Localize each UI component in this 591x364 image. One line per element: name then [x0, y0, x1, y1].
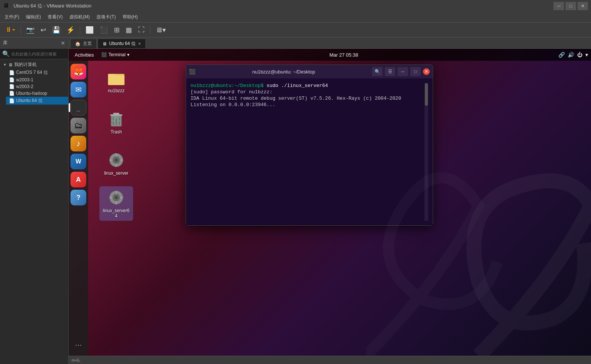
vmware-toolbar: ⏸▾ 📷 ↩ 💾 ⚡ ⬜ ⬛ ⊞ ▦ ⛶ 🖥▾ [0, 22, 591, 37]
toolbar-sep-2 [80, 25, 80, 34]
home-icon: 🏠 [75, 41, 81, 46]
terminal-titlebar: ⬛ nu1bzzz@ubuntu: ~/Desktop 🔍 ☰ ─ □ ✕ [186, 65, 433, 78]
library-header: 库 ✕ [0, 37, 68, 49]
vm-tab-icon: 🖥 [102, 41, 107, 46]
menu-view[interactable]: 查看(V) [45, 13, 66, 21]
vm-display: Activities ⬛ Terminal ▾ Mar 27 05:38 🔗 [69, 49, 591, 356]
terminal-controls: 🔍 ☰ ─ □ ✕ [372, 67, 430, 76]
svg-rect-2 [108, 75, 124, 85]
tab-close-icon[interactable]: ✕ [138, 42, 141, 46]
toolbar-layout2-btn[interactable]: ⬛ [98, 24, 110, 36]
dock-help[interactable]: ? [70, 190, 86, 205]
system-menu-arrow[interactable]: ▾ [585, 52, 588, 58]
menu-file[interactable]: 文件(F) [2, 13, 22, 21]
dock-grid-btn[interactable]: ⋯ [70, 337, 86, 353]
tree-item-label: w2003-2 [16, 84, 65, 89]
dock-writer[interactable]: W [70, 154, 86, 169]
tree-item-w2003-1[interactable]: 📄 w2003-1 [6, 76, 68, 83]
close-button[interactable]: ✕ [578, 2, 588, 10]
tree-item-centos[interactable]: 📄 CentOS 7 64 位 [6, 69, 68, 76]
toolbar-layout4-btn[interactable]: ▦ [123, 24, 134, 36]
terminal-maximize-btn[interactable]: □ [410, 67, 421, 76]
dock-email[interactable]: ✉ [70, 82, 86, 97]
topbar-datetime[interactable]: Mar 27 05:38 [330, 52, 358, 58]
desktop-icon-linux-server64[interactable]: linux_server64 [99, 186, 133, 221]
desktop-icon-trash[interactable]: Trash [99, 108, 133, 137]
toolbar-fullscreen-btn[interactable]: ⛶ [136, 24, 147, 36]
tree-item-label: w2003-1 [16, 77, 65, 82]
music-icon: ♪ [76, 139, 81, 148]
svg-point-18 [115, 196, 118, 199]
toolbar-power-btn[interactable]: ⚡ [64, 24, 77, 36]
minimize-button[interactable]: ─ [554, 2, 564, 10]
library-close-btn[interactable]: ✕ [61, 40, 65, 46]
tab-home[interactable]: 🏠 主页 [70, 39, 97, 48]
toolbar-pause-btn[interactable]: ⏸▾ [3, 24, 18, 36]
terminal-content[interactable]: nu1bzzz@ubuntu:~/Desktop$ sudo ./linux_s… [186, 78, 433, 225]
tab-ubuntu64[interactable]: 🖥 Ubuntu 64 位 ✕ [98, 39, 146, 48]
tab-ubuntu64-label: Ubuntu 64 位 [109, 40, 136, 47]
terminal-menu-btn2[interactable]: ☰ [385, 67, 395, 76]
desktop-icon-linux-server[interactable]: linux_server [99, 149, 133, 178]
toolbar-revert-btn[interactable]: ↩ [38, 24, 48, 36]
dock-files[interactable]: 🗂 [70, 118, 86, 133]
terminal-close-btn[interactable]: ✕ [423, 68, 430, 75]
terminal-menu-btn[interactable]: ⬛ Terminal ▾ [101, 52, 129, 57]
tree-root[interactable]: ▼ 🖥 我的计算机 [0, 61, 68, 69]
terminal-output-3: Listening on 0.0.0.0:23946... [190, 102, 424, 108]
ubuntu-topbar: Activities ⬛ Terminal ▾ Mar 27 05:38 🔗 [69, 49, 591, 61]
power-icon[interactable]: ⏻ [577, 52, 582, 58]
library-search-input[interactable] [11, 52, 66, 56]
linux-server-icon [107, 151, 125, 169]
terminal-scrollbar[interactable] [424, 83, 428, 221]
menu-help[interactable]: 帮助(H) [120, 13, 141, 21]
tree-item-w2003-2[interactable]: 📄 w2003-2 [6, 83, 68, 90]
firefox-icon: 🦊 [74, 67, 84, 76]
vmware-title: Ubuntu 64 位 - VMware Workstation [14, 3, 92, 9]
library-search[interactable]: 🔍 [0, 49, 68, 59]
toolbar-sep-3 [150, 25, 150, 34]
terminal-scrollbar-thumb[interactable] [425, 83, 428, 106]
maximize-button[interactable]: □ [566, 2, 576, 10]
terminal-command: sudo ./linux_server64 [264, 83, 328, 88]
desktop-icon-nu1bzzz[interactable]: nu1bzzz [99, 66, 133, 96]
volume-icon[interactable]: 🔊 [568, 52, 574, 58]
activities-button[interactable]: Activities [72, 51, 97, 58]
terminal-minimize-btn[interactable]: ─ [398, 67, 408, 76]
vmware-main: 🏠 主页 🖥 Ubuntu 64 位 ✕ Activities [69, 37, 591, 364]
tree-item-label: Ubuntu-hadoop [16, 91, 65, 96]
toolbar-layout3-btn[interactable]: ⊞ [112, 24, 122, 36]
status-text: rl+G. [72, 358, 81, 363]
dock-terminal[interactable]: _ [70, 100, 86, 115]
ubuntu-dock: 🦊 ✉ _ 🗂 ♪ [69, 61, 88, 356]
trash-label: Trash [111, 129, 122, 135]
network-icon[interactable]: 🔗 [558, 52, 565, 58]
toolbar-suspend-btn[interactable]: 💾 [50, 24, 63, 36]
ubuntu-desktop[interactable]: Activities ⬛ Terminal ▾ Mar 27 05:38 🔗 [69, 49, 591, 356]
tree-expand-icon: ▼ [3, 63, 7, 67]
search-icon: 🔍 [2, 50, 10, 57]
dock-software[interactable]: A [70, 172, 86, 187]
toolbar-layout1-btn[interactable]: ⬜ [83, 24, 96, 36]
toolbar-display-btn[interactable]: 🖥▾ [153, 24, 168, 36]
menu-vm[interactable]: 虚拟机(M) [66, 13, 93, 21]
terminal-menu-arrow: ▾ [127, 52, 129, 57]
vm-icon: 📄 [9, 98, 15, 103]
vmware-content: 库 ✕ 🔍 ▼ 🖥 我的计算机 📄 CentOS 7 64 位 [0, 37, 591, 364]
tree-item-label: Ubuntu 64 位 [16, 97, 65, 104]
dock-music[interactable]: ♪ [70, 136, 86, 151]
computer-icon: 🖥 [8, 62, 13, 67]
linux-server64-label: linux_server64 [102, 208, 131, 219]
menu-edit[interactable]: 编辑(E) [23, 13, 44, 21]
terminal-line-3: IDA Linux 64-bit remote debug server(ST)… [190, 96, 424, 101]
grid-icon: ⋯ [75, 341, 82, 349]
terminal-line-2: [sudo] password for nu1bzzz: [190, 89, 424, 95]
terminal-window-icon: ⬛ [189, 69, 195, 75]
menu-tabs[interactable]: 选项卡(T) [93, 13, 118, 21]
toolbar-snapshot-btn[interactable]: 📷 [24, 24, 37, 36]
tree-item-ubuntu64[interactable]: 📄 Ubuntu 64 位 [6, 97, 68, 105]
tree-item-ubuntu-hadoop[interactable]: 📄 Ubuntu-hadoop [6, 90, 68, 97]
linux-server-label: linux_server [104, 171, 129, 176]
terminal-search-btn[interactable]: 🔍 [372, 67, 382, 76]
dock-firefox[interactable]: 🦊 [70, 64, 86, 79]
